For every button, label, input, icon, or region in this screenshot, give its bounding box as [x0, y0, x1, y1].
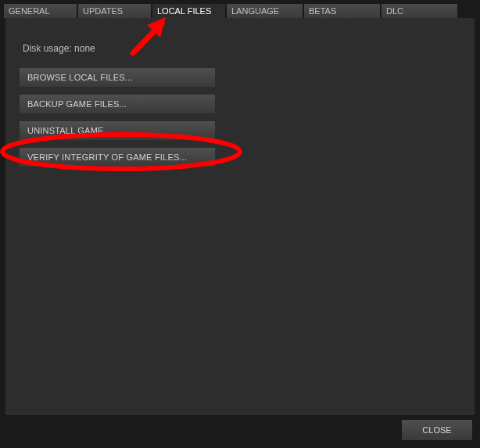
- disk-usage-label: Disk usage: none: [23, 43, 460, 54]
- backup-game-files-button[interactable]: BACKUP GAME FILES...: [20, 95, 215, 113]
- tab-local-files[interactable]: LOCAL FILES: [152, 4, 225, 18]
- browse-local-files-button[interactable]: BROWSE LOCAL FILES...: [20, 68, 215, 87]
- close-button[interactable]: CLOSE: [402, 420, 472, 440]
- tab-bar: GENERAL UPDATES LOCAL FILES LANGUAGE BET…: [0, 0, 480, 18]
- local-files-panel: Disk usage: none BROWSE LOCAL FILES... B…: [5, 18, 475, 415]
- properties-window: GENERAL UPDATES LOCAL FILES LANGUAGE BET…: [0, 0, 480, 448]
- tab-updates[interactable]: UPDATES: [78, 4, 151, 18]
- uninstall-game-button[interactable]: UNINSTALL GAME...: [20, 121, 215, 140]
- tab-language[interactable]: LANGUAGE: [227, 4, 303, 18]
- tab-dlc[interactable]: DLC: [381, 4, 457, 18]
- tab-betas[interactable]: BETAS: [304, 4, 380, 18]
- tab-general[interactable]: GENERAL: [4, 4, 77, 18]
- verify-integrity-button[interactable]: VERIFY INTEGRITY OF GAME FILES...: [20, 148, 215, 167]
